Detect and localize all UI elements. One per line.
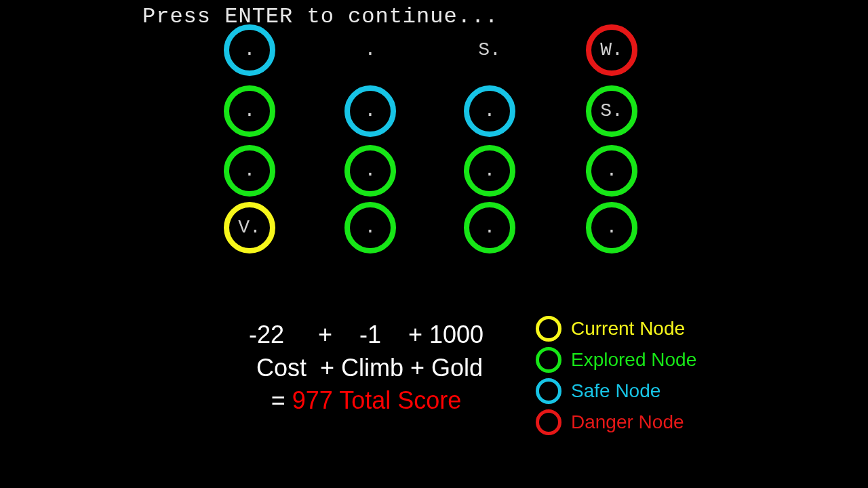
grid-node: .: [224, 145, 275, 197]
legend-current: Current Node: [536, 316, 696, 342]
node-label: .: [365, 160, 376, 181]
legend-danger: Danger Node: [536, 409, 696, 435]
circle-icon: [536, 316, 561, 342]
node-label: .: [484, 100, 496, 121]
grid-node: V.: [224, 202, 275, 253]
legend-label: Safe Node: [571, 380, 660, 402]
formula-values: -22 + -1 + 1000: [203, 319, 529, 352]
equals-sign: =: [271, 386, 292, 414]
node-label: .: [244, 160, 256, 181]
node-label: S.: [600, 100, 623, 121]
formula-labels: Cost + Climb + Gold: [203, 352, 529, 385]
node-label: .: [606, 217, 618, 238]
score-formula: -22 + -1 + 1000 Cost + Climb + Gold = 97…: [203, 319, 529, 418]
node-label: .: [244, 39, 256, 60]
grid-node: S.: [464, 24, 515, 76]
circle-icon: [536, 409, 561, 435]
grid-node: .: [464, 85, 515, 137]
total-score: 977 Total Score: [292, 386, 462, 414]
grid-node: .: [224, 24, 275, 76]
circle-icon: [536, 347, 561, 373]
grid-node: .: [344, 85, 396, 137]
grid-node: .: [586, 202, 637, 253]
continue-prompt[interactable]: Press ENTER to continue...: [142, 4, 498, 29]
circle-icon: [536, 378, 561, 404]
node-label: .: [365, 100, 376, 121]
grid-node: W.: [586, 24, 637, 76]
legend-label: Danger Node: [571, 411, 684, 433]
legend-safe: Safe Node: [536, 378, 696, 404]
grid-node: .: [344, 24, 396, 76]
node-label: .: [484, 217, 496, 238]
grid-node: .: [344, 202, 396, 253]
node-label: .: [484, 160, 496, 181]
node-label: S.: [478, 39, 501, 60]
game-stage: Press ENTER to continue... ..S.W....S...…: [129, 0, 739, 488]
node-label: .: [365, 217, 376, 238]
node-label: W.: [600, 39, 623, 60]
grid-node: .: [224, 85, 275, 137]
formula-result: = 977 Total Score: [203, 384, 529, 418]
node-label: .: [244, 100, 256, 121]
grid-node: S.: [586, 85, 637, 137]
grid-node: .: [586, 145, 637, 197]
grid-node: .: [344, 145, 396, 197]
node-label: .: [365, 39, 376, 60]
legend-label: Explored Node: [571, 349, 696, 371]
legend-explored: Explored Node: [536, 347, 696, 373]
legend-label: Current Node: [571, 318, 685, 340]
node-label: V.: [238, 217, 261, 238]
legend: Current Node Explored Node Safe Node Dan…: [536, 316, 696, 441]
node-label: .: [606, 160, 618, 181]
grid-node: .: [464, 202, 515, 253]
grid-node: .: [464, 145, 515, 197]
